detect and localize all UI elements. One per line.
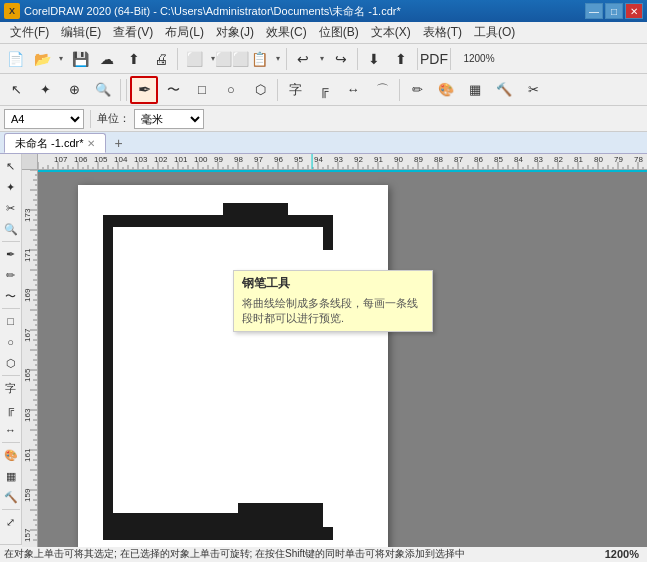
title-text: CorelDRAW 2020 (64-Bit) - C:\Users\Admin…: [24, 4, 585, 19]
new-button[interactable]: 📄: [2, 47, 28, 71]
crop-tool[interactable]: ✂: [519, 76, 547, 104]
add-tab-button[interactable]: +: [108, 133, 128, 153]
title-bar: X CorelDRAW 2020 (64-Bit) - C:\Users\Adm…: [0, 0, 647, 22]
export-button[interactable]: ⬆: [388, 47, 414, 71]
menu-item-J[interactable]: 对象(J): [210, 22, 260, 43]
dim-lt[interactable]: ↔: [1, 420, 21, 440]
import-button[interactable]: ⬇: [361, 47, 387, 71]
print-button[interactable]: 🖨: [148, 47, 174, 71]
menu-item-E[interactable]: 编辑(E): [55, 22, 107, 43]
fill-lt[interactable]: 🎨: [1, 445, 21, 465]
interactive-lt[interactable]: ⤢: [1, 512, 21, 532]
undo-button[interactable]: ↩: [290, 47, 316, 71]
hammer-tool[interactable]: 🔨: [490, 76, 518, 104]
ruler-corner: [22, 154, 38, 170]
cloud-button[interactable]: ☁: [94, 47, 120, 71]
pattern-lt[interactable]: ▦: [1, 466, 21, 486]
rect-tool[interactable]: □: [188, 76, 216, 104]
table-tool[interactable]: ╔: [310, 76, 338, 104]
zoom-tool[interactable]: 🔍: [89, 76, 117, 104]
select-lt[interactable]: ↖: [1, 156, 21, 176]
upload-button[interactable]: ⬆: [121, 47, 147, 71]
menu-item-C[interactable]: 效果(C): [260, 22, 313, 43]
toolbar-separator: [417, 48, 418, 70]
shape-tool[interactable]: ✦: [31, 76, 59, 104]
dimension-tool[interactable]: ↔: [339, 76, 367, 104]
toolbar-separator: [177, 48, 178, 70]
save-button[interactable]: 💾: [67, 47, 93, 71]
zoom-lt[interactable]: 🔍: [1, 219, 21, 239]
prop-bar: A4 A3 Letter 单位： 毫米 厘米 英寸 像素: [0, 106, 647, 132]
poly-lt[interactable]: ⬡: [1, 353, 21, 373]
left-toolbar: ↖✦✂🔍✒✏〜□○⬡字╔↔🎨▦🔨⤢: [0, 154, 22, 544]
connector-tool[interactable]: ⌒: [368, 76, 396, 104]
prop-separator: [90, 110, 91, 128]
lt-separator: [2, 308, 20, 309]
menu-item-O[interactable]: 工具(O): [468, 22, 521, 43]
menu-item-T[interactable]: 表格(T): [417, 22, 468, 43]
paste-button-dropdown[interactable]: ▾: [273, 47, 283, 71]
color-tool[interactable]: 🎨: [432, 76, 460, 104]
paste-button[interactable]: 📋: [246, 47, 272, 71]
minimize-button[interactable]: —: [585, 3, 603, 19]
pen-lt[interactable]: ✒: [1, 244, 21, 264]
main-area: ↖✦✂🔍✒✏〜□○⬡字╔↔🎨▦🔨⤢ 钢笔工具 将曲线绘制成多条线段，每画一: [0, 154, 647, 544]
document-tab[interactable]: 未命名 -1.cdr* ✕: [4, 133, 106, 153]
pen-tool[interactable]: ✒: [130, 76, 158, 104]
drawing-svg: [78, 185, 388, 547]
toolbar-separator: [450, 48, 451, 70]
open-button-dropdown[interactable]: ▾: [56, 47, 66, 71]
text-tool[interactable]: 字: [281, 76, 309, 104]
menu-item-L[interactable]: 布局(L): [159, 22, 210, 43]
pdf-button[interactable]: PDF: [421, 47, 447, 71]
frame-button[interactable]: ⬜: [181, 47, 207, 71]
toolbar-separator: [286, 48, 287, 70]
smart-lt[interactable]: 🔨: [1, 487, 21, 507]
tab-close-button[interactable]: ✕: [87, 138, 95, 149]
open-button[interactable]: 📂: [29, 47, 55, 71]
page-size-select[interactable]: A4 A3 Letter: [4, 109, 84, 129]
redo-button[interactable]: ↪: [328, 47, 354, 71]
freehand-lt[interactable]: ✏: [1, 265, 21, 285]
horizontal-ruler: [38, 154, 647, 170]
ellipse-lt[interactable]: ○: [1, 332, 21, 352]
table-lt[interactable]: ╔: [1, 399, 21, 419]
unit-select[interactable]: 毫米 厘米 英寸 像素: [134, 109, 204, 129]
freehand-tool[interactable]: 〜: [159, 76, 187, 104]
status-info: 在对象上单击可将其选定; 在已选择的对象上单击可旋转; 在按住Shift键的同时…: [4, 547, 465, 561]
menu-item-B[interactable]: 位图(B): [313, 22, 365, 43]
rect-lt[interactable]: □: [1, 311, 21, 331]
close-button[interactable]: ✕: [625, 3, 643, 19]
undo-button-dropdown[interactable]: ▾: [317, 47, 327, 71]
vertical-ruler: [22, 170, 38, 547]
menu-item-F[interactable]: 文件(F): [4, 22, 55, 43]
app-icon: X: [4, 3, 20, 19]
ellipse-tool[interactable]: ○: [217, 76, 245, 104]
transform-tool[interactable]: ⊕: [60, 76, 88, 104]
lt-separator: [2, 241, 20, 242]
text-lt[interactable]: 字: [1, 378, 21, 398]
lt-separator: [2, 442, 20, 443]
window-controls: — □ ✕: [585, 3, 643, 19]
paper: [78, 185, 388, 547]
frames-button[interactable]: ⬜⬜: [219, 47, 245, 71]
brush-lt[interactable]: 〜: [1, 286, 21, 306]
node-lt[interactable]: ✦: [1, 177, 21, 197]
tooltip-title: 钢笔工具: [242, 275, 424, 292]
zoom-select[interactable]: 1200%: [454, 47, 504, 71]
tool-separator-after-8: [277, 79, 278, 101]
pattern-tool[interactable]: ▦: [461, 76, 489, 104]
select-tool[interactable]: ↖: [2, 76, 30, 104]
maximize-button[interactable]: □: [605, 3, 623, 19]
zoom-indicator: 1200%: [605, 548, 643, 560]
polygon-tool[interactable]: ⬡: [246, 76, 274, 104]
crop-lt[interactable]: ✂: [1, 198, 21, 218]
menu-item-X[interactable]: 文本(X): [365, 22, 417, 43]
ruler-row: [22, 154, 647, 170]
toolbar1: 📄📂▾💾☁⬆🖨⬜▾⬜⬜📋▾↩▾↪⬇⬆PDF1200%: [0, 44, 647, 74]
menu-item-V[interactable]: 查看(V): [107, 22, 159, 43]
freeform-tool[interactable]: ✏: [403, 76, 431, 104]
tab-label: 未命名 -1.cdr*: [15, 136, 83, 151]
menu-bar: 文件(F)编辑(E)查看(V)布局(L)对象(J)效果(C)位图(B)文本(X)…: [0, 22, 647, 44]
drawing-canvas[interactable]: 钢笔工具 将曲线绘制成多条线段，每画一条线段时都可以进行预览.: [38, 170, 647, 547]
